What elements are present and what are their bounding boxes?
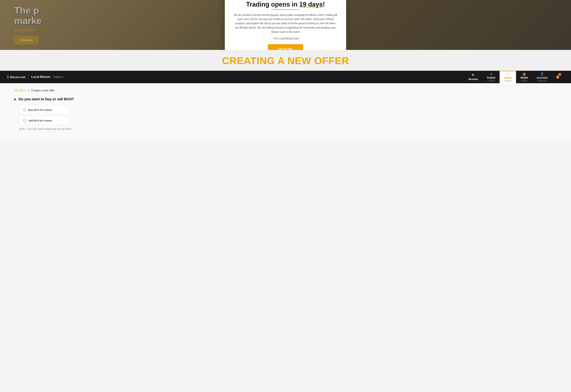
nav-trades-sub: 0 active [487,80,495,82]
breadcrumb-separator: > [28,89,30,92]
welcome-modal: × Welcome to Local.bitcoin.com Trading o… [225,0,346,50]
modal-team-signature: - The Local Bitcoin team [234,37,337,40]
radio-buy-label: Buy BCH for money [28,108,52,111]
nav-account-sub: Posternut [538,80,547,82]
modal-title: Trading opens in 19 days! [234,1,337,8]
navbar-left: ₿ Bitcoin.com Local Bitcoin English ▾ [7,74,63,80]
nav-notifications[interactable]: 🔔 1 [552,71,564,83]
search-icon: 🔍 [472,74,475,77]
nav-trades-label: Trades [487,76,495,79]
section-question: Do you want to buy or sell BCH? [18,97,74,101]
nav-account-label: Account [537,76,547,79]
modal-title-days: 19 days [299,1,323,8]
modal-underline-decoration [271,9,300,10]
notification-badge: 1 [558,73,561,76]
navbar-site-name: Bitcoin.com [10,76,26,79]
modal-overlay: × Welcome to Local.bitcoin.com Trading o… [0,0,571,50]
bitcoin-b-icon: ₿ [7,75,9,79]
wallet-icon: 👜 [523,72,526,76]
breadcrumb: My offers > Create a new offer [14,89,557,92]
account-icon: 👤 [540,72,544,76]
navbar-brand: Local Bitcoin [31,75,50,79]
radio-buy-bch[interactable]: Buy BCH for money [19,105,69,114]
nav-account[interactable]: 👤 Account Posternut [532,71,552,83]
radio-sell-label: Sell BCH for money [28,119,52,122]
navbar-lang-label: English [53,76,61,78]
modal-title-suffix: ! [323,1,325,8]
breadcrumb-current: Create a new offer [31,89,55,92]
hero-section: The pmarke Buy and se Create a × Welcome… [0,0,571,50]
radio-buy-circle [23,108,26,111]
nav-trades[interactable]: ⇄ Trades 0 active [482,71,500,83]
offers-icon: 🏷 [506,72,509,76]
nav-offers[interactable]: 🏷 Offers 0 active [500,71,516,83]
section-arrow-icon: ▶ [14,98,16,101]
breadcrumb-my-offers[interactable]: My offers [14,89,26,92]
nav-wallet-label: Wallet [520,76,528,79]
nav-offers-sub: 0 active [504,80,511,82]
page-content: My offers > Create a new offer ▶ Do you … [0,83,571,137]
navbar-divider [28,74,29,80]
trades-icon: ⇄ [490,72,492,76]
radio-sell-bch[interactable]: Sell BCH for money [19,116,69,125]
nav-browse[interactable]: 🔍 Browse [464,71,482,83]
modal-body-text: We are excited to launch the first priva… [234,13,337,34]
nav-wallet[interactable]: 👜 Wallet 0 BCH [516,71,532,83]
form-hint: BTW — you can create multiple buy and se… [19,127,557,130]
chevron-down-icon: ▾ [62,76,63,78]
bitcoin-logo[interactable]: ₿ Bitcoin.com [7,75,26,79]
modal-title-prefix: Trading opens in [246,1,299,8]
navbar-right: 🔍 Browse ⇄ Trades 0 active 🏷 Offers 0 ac… [464,71,564,83]
offer-banner: CREATING A NEW OFFER [0,50,571,71]
nav-offers-label: Offers [504,76,512,79]
nav-wallet-sub: 0 BCH [521,80,527,82]
navbar: ₿ Bitcoin.com Local Bitcoin English ▾ 🔍 … [0,71,571,83]
offer-banner-text: CREATING A NEW OFFER [0,55,571,67]
navbar-language-selector[interactable]: English ▾ [53,76,63,78]
radio-sell-circle [23,119,26,122]
modal-go-button[interactable]: Go to site [268,44,303,50]
nav-browse-label: Browse [468,78,478,81]
radio-group-buy-sell: Buy BCH for money Sell BCH for money [19,105,557,125]
section-buy-sell: ▶ Do you want to buy or sell BCH? [14,97,557,101]
